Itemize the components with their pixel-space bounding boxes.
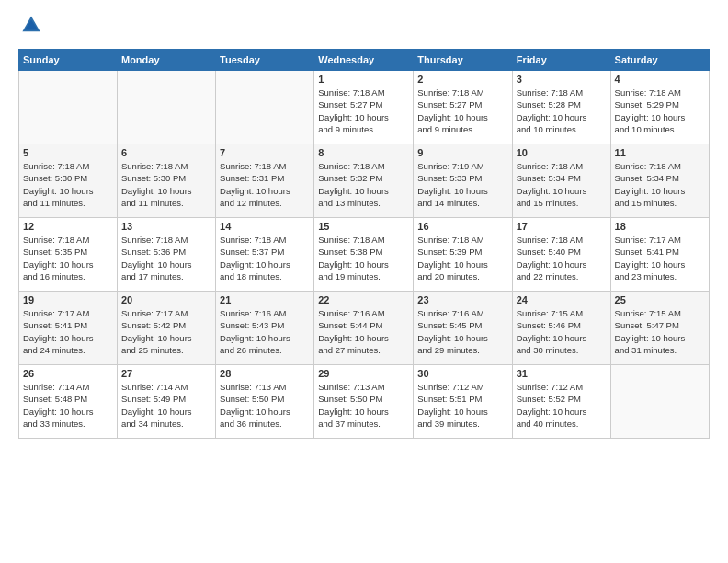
header-friday: Friday xyxy=(512,50,610,71)
day-cell: 6Sunrise: 7:18 AMSunset: 5:30 PMDaylight… xyxy=(117,144,215,218)
week-row-1: 5Sunrise: 7:18 AMSunset: 5:30 PMDaylight… xyxy=(19,144,710,218)
day-number: 24 xyxy=(517,294,607,305)
day-cell: 7Sunrise: 7:18 AMSunset: 5:31 PMDaylight… xyxy=(216,144,314,218)
header-thursday: Thursday xyxy=(414,50,512,71)
day-number: 23 xyxy=(417,294,507,305)
day-content: Sunrise: 7:12 AMSunset: 5:52 PMDaylight:… xyxy=(517,381,607,430)
day-content: Sunrise: 7:12 AMSunset: 5:51 PMDaylight:… xyxy=(417,381,507,430)
logo-icon xyxy=(20,14,42,36)
day-cell xyxy=(117,71,215,144)
day-cell: 31Sunrise: 7:12 AMSunset: 5:52 PMDayligh… xyxy=(512,365,610,439)
day-cell: 14Sunrise: 7:18 AMSunset: 5:37 PMDayligh… xyxy=(216,218,314,292)
day-number: 12 xyxy=(23,221,113,232)
day-number: 8 xyxy=(318,147,409,158)
day-content: Sunrise: 7:14 AMSunset: 5:48 PMDaylight:… xyxy=(23,381,113,430)
day-content: Sunrise: 7:18 AMSunset: 5:27 PMDaylight:… xyxy=(318,86,409,135)
week-row-4: 26Sunrise: 7:14 AMSunset: 5:48 PMDayligh… xyxy=(19,365,710,439)
day-number: 4 xyxy=(615,74,705,85)
day-number: 10 xyxy=(517,147,607,158)
week-row-2: 12Sunrise: 7:18 AMSunset: 5:35 PMDayligh… xyxy=(19,218,710,292)
day-content: Sunrise: 7:18 AMSunset: 5:30 PMDaylight:… xyxy=(121,160,211,209)
day-number: 3 xyxy=(517,74,607,85)
day-content: Sunrise: 7:18 AMSunset: 5:28 PMDaylight:… xyxy=(517,86,607,135)
day-cell: 11Sunrise: 7:18 AMSunset: 5:34 PMDayligh… xyxy=(610,144,709,218)
header-row: SundayMondayTuesdayWednesdayThursdayFrid… xyxy=(19,50,710,71)
day-cell xyxy=(610,365,709,439)
day-cell xyxy=(19,71,118,144)
day-number: 21 xyxy=(220,294,310,305)
day-cell: 12Sunrise: 7:18 AMSunset: 5:35 PMDayligh… xyxy=(19,218,118,292)
day-number: 31 xyxy=(517,368,607,379)
day-cell: 2Sunrise: 7:18 AMSunset: 5:27 PMDaylight… xyxy=(414,71,512,144)
day-cell: 9Sunrise: 7:19 AMSunset: 5:33 PMDaylight… xyxy=(414,144,512,218)
day-number: 6 xyxy=(121,147,211,158)
day-content: Sunrise: 7:15 AMSunset: 5:46 PMDaylight:… xyxy=(517,307,607,356)
day-number: 11 xyxy=(615,147,705,158)
header-monday: Monday xyxy=(117,50,215,71)
day-cell: 19Sunrise: 7:17 AMSunset: 5:41 PMDayligh… xyxy=(19,292,118,365)
day-number: 27 xyxy=(121,368,211,379)
header-wednesday: Wednesday xyxy=(314,50,414,71)
day-content: Sunrise: 7:18 AMSunset: 5:34 PMDaylight:… xyxy=(517,160,607,209)
day-cell: 24Sunrise: 7:15 AMSunset: 5:46 PMDayligh… xyxy=(512,292,610,365)
day-content: Sunrise: 7:13 AMSunset: 5:50 PMDaylight:… xyxy=(220,381,310,430)
header xyxy=(18,14,710,40)
day-number: 22 xyxy=(318,294,409,305)
day-content: Sunrise: 7:17 AMSunset: 5:42 PMDaylight:… xyxy=(121,307,211,356)
day-content: Sunrise: 7:18 AMSunset: 5:39 PMDaylight:… xyxy=(417,234,507,282)
day-number: 29 xyxy=(318,368,409,379)
day-number: 20 xyxy=(121,294,211,305)
day-number: 9 xyxy=(417,147,507,158)
calendar-table: SundayMondayTuesdayWednesdayThursdayFrid… xyxy=(18,49,710,439)
day-cell: 25Sunrise: 7:15 AMSunset: 5:47 PMDayligh… xyxy=(610,292,709,365)
day-content: Sunrise: 7:18 AMSunset: 5:29 PMDaylight:… xyxy=(615,86,705,135)
day-content: Sunrise: 7:18 AMSunset: 5:38 PMDaylight:… xyxy=(318,234,409,282)
day-number: 26 xyxy=(23,368,113,379)
day-cell: 3Sunrise: 7:18 AMSunset: 5:28 PMDaylight… xyxy=(512,71,610,144)
day-cell: 30Sunrise: 7:12 AMSunset: 5:51 PMDayligh… xyxy=(414,365,512,439)
day-cell: 15Sunrise: 7:18 AMSunset: 5:38 PMDayligh… xyxy=(314,218,414,292)
day-content: Sunrise: 7:19 AMSunset: 5:33 PMDaylight:… xyxy=(417,160,507,209)
day-cell: 13Sunrise: 7:18 AMSunset: 5:36 PMDayligh… xyxy=(117,218,215,292)
calendar-container: SundayMondayTuesdayWednesdayThursdayFrid… xyxy=(0,0,728,448)
day-number: 13 xyxy=(121,221,211,232)
day-cell: 16Sunrise: 7:18 AMSunset: 5:39 PMDayligh… xyxy=(414,218,512,292)
day-content: Sunrise: 7:17 AMSunset: 5:41 PMDaylight:… xyxy=(23,307,113,356)
header-saturday: Saturday xyxy=(610,50,709,71)
day-cell: 18Sunrise: 7:17 AMSunset: 5:41 PMDayligh… xyxy=(610,218,709,292)
day-cell: 27Sunrise: 7:14 AMSunset: 5:49 PMDayligh… xyxy=(117,365,215,439)
day-number: 16 xyxy=(417,221,507,232)
day-number: 30 xyxy=(417,368,507,379)
day-cell: 4Sunrise: 7:18 AMSunset: 5:29 PMDaylight… xyxy=(610,71,709,144)
day-cell: 10Sunrise: 7:18 AMSunset: 5:34 PMDayligh… xyxy=(512,144,610,218)
day-content: Sunrise: 7:18 AMSunset: 5:31 PMDaylight:… xyxy=(220,160,310,209)
day-number: 2 xyxy=(417,74,507,85)
day-number: 14 xyxy=(220,221,310,232)
day-content: Sunrise: 7:18 AMSunset: 5:32 PMDaylight:… xyxy=(318,160,409,209)
day-content: Sunrise: 7:18 AMSunset: 5:34 PMDaylight:… xyxy=(615,160,705,209)
day-number: 25 xyxy=(615,294,705,305)
header-tuesday: Tuesday xyxy=(216,50,314,71)
day-number: 7 xyxy=(220,147,310,158)
day-content: Sunrise: 7:15 AMSunset: 5:47 PMDaylight:… xyxy=(615,307,705,356)
day-cell: 21Sunrise: 7:16 AMSunset: 5:43 PMDayligh… xyxy=(216,292,314,365)
day-number: 19 xyxy=(23,294,113,305)
day-content: Sunrise: 7:18 AMSunset: 5:30 PMDaylight:… xyxy=(23,160,113,209)
day-number: 5 xyxy=(23,147,113,158)
logo xyxy=(18,14,42,40)
day-number: 15 xyxy=(318,221,409,232)
day-cell: 1Sunrise: 7:18 AMSunset: 5:27 PMDaylight… xyxy=(314,71,414,144)
header-sunday: Sunday xyxy=(19,50,118,71)
day-cell: 28Sunrise: 7:13 AMSunset: 5:50 PMDayligh… xyxy=(216,365,314,439)
day-number: 17 xyxy=(517,221,607,232)
week-row-0: 1Sunrise: 7:18 AMSunset: 5:27 PMDaylight… xyxy=(19,71,710,144)
day-cell: 26Sunrise: 7:14 AMSunset: 5:48 PMDayligh… xyxy=(19,365,118,439)
day-cell: 23Sunrise: 7:16 AMSunset: 5:45 PMDayligh… xyxy=(414,292,512,365)
day-content: Sunrise: 7:18 AMSunset: 5:40 PMDaylight:… xyxy=(517,234,607,282)
day-number: 18 xyxy=(615,221,705,232)
day-content: Sunrise: 7:16 AMSunset: 5:44 PMDaylight:… xyxy=(318,307,409,356)
day-content: Sunrise: 7:18 AMSunset: 5:27 PMDaylight:… xyxy=(417,86,507,135)
day-content: Sunrise: 7:13 AMSunset: 5:50 PMDaylight:… xyxy=(318,381,409,430)
day-cell: 5Sunrise: 7:18 AMSunset: 5:30 PMDaylight… xyxy=(19,144,118,218)
day-cell: 22Sunrise: 7:16 AMSunset: 5:44 PMDayligh… xyxy=(314,292,414,365)
